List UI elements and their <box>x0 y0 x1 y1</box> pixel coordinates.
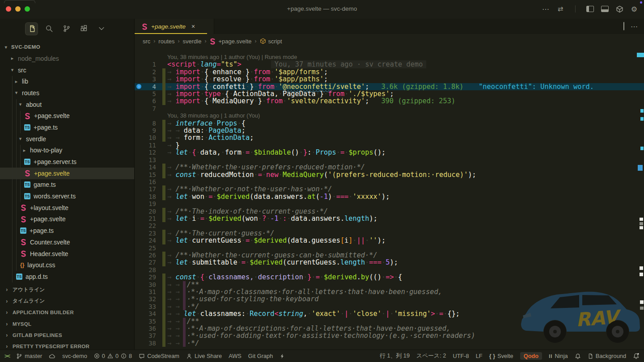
statusbar-alarm[interactable] <box>575 353 581 359</box>
code-line: 11→ } <box>135 142 644 149</box>
tree-item[interactable]: Header.svelte <box>0 248 134 260</box>
statusbar-project-name[interactable]: svc-demo <box>62 353 87 359</box>
statusbar-encoding[interactable]: UTF-8 <box>453 353 469 359</box>
layout-panel-icon[interactable] <box>600 4 609 14</box>
statusbar-language-mode[interactable]: { }Svelte <box>489 353 513 359</box>
statusbar-indentation[interactable]: スペース: 2 <box>416 352 446 360</box>
code-line: 25 <box>135 244 644 252</box>
more-icon[interactable]: ⋯ <box>541 4 550 14</box>
close-icon[interactable]: × <box>191 23 195 30</box>
git-added-indicator <box>162 185 165 193</box>
sidebar-section[interactable]: ›MYSQL <box>0 318 134 329</box>
swap-icon[interactable]: ⇄ <box>556 4 565 14</box>
tree-item[interactable]: TS+page.ts <box>0 225 134 236</box>
line-number: 35 <box>135 318 156 325</box>
sidebar-section[interactable]: ›アウトライン <box>0 284 134 295</box>
statusbar-eol[interactable]: LF <box>476 353 483 359</box>
statusbar-remote-indicator[interactable]: >< <box>4 353 9 359</box>
tab-+page.svelte[interactable]: +page.svelte × <box>135 19 214 34</box>
codelens[interactable]: You, 38 minutes ago | 1 author (You) <box>135 112 644 119</box>
code-editor[interactable]: RAV You, 38 minutes ago | 1 author (You)… <box>135 48 644 350</box>
code-line: 31→ → ·*·A·map·of·classnames·for·all·let… <box>135 288 644 295</box>
status-bar: ><mastersvc-demo 0 0 8CodeStreamLive Sha… <box>0 349 644 362</box>
svelte-icon <box>20 204 27 211</box>
git-added-indicator <box>162 76 165 83</box>
statusbar-background-ext[interactable]: Background <box>588 353 626 359</box>
statusbar-live-share[interactable]: Live Share <box>186 353 222 359</box>
codelens[interactable]: You, 38 minutes ago | 1 author (You) | R… <box>135 54 644 61</box>
statusbar-git-branch[interactable]: master <box>16 353 42 359</box>
statusbar-ninja[interactable]: IINinja <box>549 353 568 359</box>
explorer-header[interactable]: ▾ SVC-DEMO <box>0 41 134 53</box>
bell-dot-icon <box>633 353 640 359</box>
symbol-namespace-icon <box>260 38 266 44</box>
code-line: 4i→ import·{·confetti·}·from·'@neoconfet… <box>135 83 644 90</box>
line-number: 7 <box>135 105 156 112</box>
braces-icon: { } <box>489 353 496 359</box>
code-line: 3→ import·{·resolve·}·from·'$app/paths'; <box>135 76 644 83</box>
statusbar-git-graph[interactable]: Git Graph <box>248 353 273 359</box>
more-icon[interactable]: ⋯ <box>631 22 638 31</box>
git-added-indicator <box>162 208 165 215</box>
git-added-indicator <box>162 252 165 259</box>
statusbar-aws[interactable]: AWS <box>229 353 242 359</box>
tree-item[interactable]: ▾about <box>0 99 134 110</box>
activity-source-control[interactable] <box>60 23 72 35</box>
code-line: 10→ → form:·ActionData; <box>135 134 644 141</box>
git-added-indicator <box>162 230 165 237</box>
statusbar-qodo[interactable]: Qodo <box>520 352 542 360</box>
statusbar-publish[interactable] <box>49 353 55 359</box>
code-line: 7 <box>135 105 644 112</box>
split-icon[interactable] <box>623 22 624 30</box>
git-added-indicator <box>162 83 165 90</box>
breadcrumb-item[interactable]: +page.svelte <box>209 38 251 45</box>
breadcrumb-item[interactable]: routes <box>158 38 174 45</box>
tree-item[interactable]: +page.svelte <box>0 214 134 225</box>
code-line: 29→ const·{·classnames,·description·}·=·… <box>135 274 644 281</box>
gear-icon[interactable]: ⚙ <box>630 4 639 14</box>
ts-icon: TS <box>16 274 22 280</box>
tree-item[interactable]: ▸node_modules <box>0 53 134 64</box>
svelte-icon <box>20 216 27 223</box>
activity-search[interactable] <box>43 23 55 35</box>
code-line: 27→ let·submittable·=·$derived(currentGu… <box>135 259 644 266</box>
git-blame-annotation: You, 37 minutes ago · sv create demo <box>271 60 427 68</box>
git-added-indicator <box>162 281 165 288</box>
statusbar-codestream[interactable]: CodeStream <box>139 353 179 359</box>
tree-item[interactable]: ▸lib <box>0 76 134 87</box>
cube-icon[interactable] <box>615 4 624 14</box>
sidebar-section[interactable]: ›GITLAB PIPELINES <box>0 329 134 341</box>
activity-files[interactable] <box>25 23 38 35</box>
activity-extensions[interactable] <box>78 23 90 35</box>
statusbar-cursor-position[interactable]: 行 1、列 19 <box>380 352 410 360</box>
code-line: 22 <box>135 222 644 229</box>
problems-indicator[interactable]: 0 0 8 <box>94 353 132 359</box>
sidebar-section[interactable]: ›APPLICATION BUILDER <box>0 307 134 318</box>
line-number: 1 <box>135 61 156 68</box>
layout-sidebar-icon[interactable] <box>585 4 594 14</box>
tree-item[interactable]: TSapp.d.ts <box>0 271 134 282</box>
git-added-indicator <box>162 295 165 303</box>
tree-item[interactable]: Counter.svelte <box>0 236 134 248</box>
tree-item[interactable]: {}layout.css <box>0 259 134 271</box>
code-line: 15→ const·reducedMotion·=·new·MediaQuery… <box>135 171 644 178</box>
git-added-indicator <box>162 340 165 347</box>
statusbar-bolt[interactable] <box>280 353 285 359</box>
tree-item[interactable]: ▾routes <box>0 87 134 99</box>
line-number: 8 <box>135 120 156 127</box>
breadcrumb-item[interactable]: src <box>143 38 150 45</box>
line-number: 37 <box>135 332 156 339</box>
sidebar-section[interactable]: ›タイムライン <box>0 295 134 307</box>
activity-chevron-down[interactable] <box>95 23 107 35</box>
divider-icon <box>571 4 580 14</box>
code-line: 36→ → ·*·A·map·of·descriptions·for·all·l… <box>135 325 644 332</box>
svelte-icon <box>209 38 216 45</box>
tree-item[interactable]: ▾src <box>0 64 134 76</box>
breadcrumb-item[interactable]: script <box>260 38 282 45</box>
git-added-indicator <box>162 120 165 127</box>
tree-item[interactable]: +layout.svelte <box>0 202 134 214</box>
tree-item[interactable]: ▾sverdle <box>0 133 134 145</box>
breadcrumb-item[interactable]: sverdle <box>182 38 201 45</box>
statusbar-notifications[interactable] <box>633 353 640 359</box>
comment-guide <box>183 318 186 325</box>
